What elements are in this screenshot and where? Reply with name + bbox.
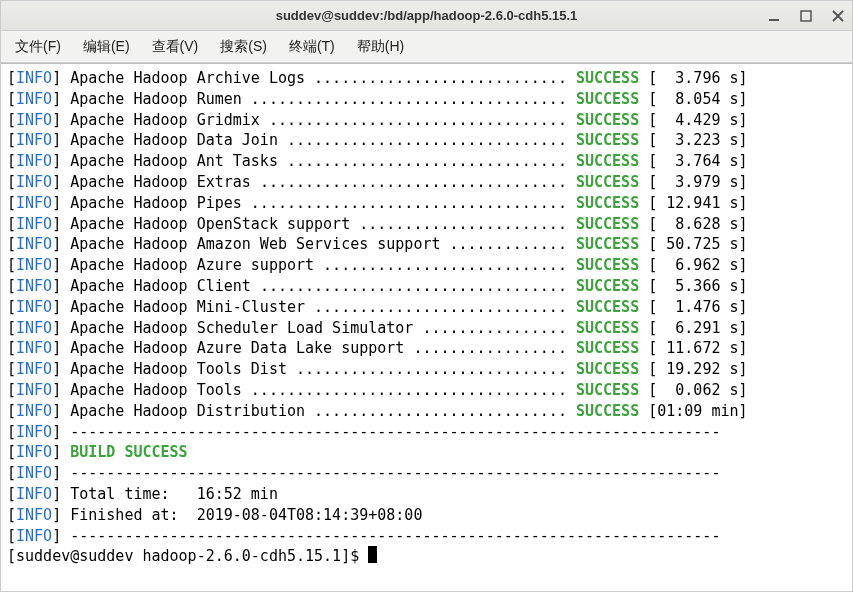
build-log-line: [INFO] Apache Hadoop Extras ............… (7, 172, 846, 193)
title-bar: suddev@suddev:/bd/app/hadoop-2.6.0-cdh5.… (1, 1, 852, 31)
menu-bar: 文件(F) 编辑(E) 查看(V) 搜索(S) 终端(T) 帮助(H) (1, 31, 852, 63)
build-log-line: [INFO] Apache Hadoop OpenStack support .… (7, 214, 846, 235)
menu-view[interactable]: 查看(V) (144, 34, 207, 60)
maximize-button[interactable] (798, 8, 814, 24)
build-log-line: [INFO] Apache Hadoop Gridmix ...........… (7, 110, 846, 131)
minimize-icon (768, 10, 780, 22)
window-controls (766, 8, 846, 24)
build-log-line: [INFO] Apache Hadoop Client ............… (7, 276, 846, 297)
build-log-line: [INFO] Apache Hadoop Archive Logs ......… (7, 68, 846, 89)
menu-search[interactable]: 搜索(S) (212, 34, 275, 60)
build-log-line: [INFO] ---------------------------------… (7, 526, 846, 547)
terminal-output[interactable]: [INFO] Apache Hadoop Archive Logs ......… (1, 63, 852, 591)
build-log-line: [INFO] Apache Hadoop Pipes .............… (7, 193, 846, 214)
build-log-line: [INFO] Apache Hadoop Scheduler Load Simu… (7, 318, 846, 339)
build-log-line: [INFO] Apache Hadoop Data Join .........… (7, 130, 846, 151)
build-log-line: [INFO] Total time: 16:52 min (7, 484, 846, 505)
build-log-line: [INFO] BUILD SUCCESS (7, 442, 846, 463)
menu-help[interactable]: 帮助(H) (349, 34, 412, 60)
build-log-line: [INFO] Apache Hadoop Tools Dist ........… (7, 359, 846, 380)
cursor-icon (368, 546, 377, 563)
build-log-line: [INFO] Apache Hadoop Amazon Web Services… (7, 234, 846, 255)
menu-file[interactable]: 文件(F) (7, 34, 69, 60)
window-title: suddev@suddev:/bd/app/hadoop-2.6.0-cdh5.… (276, 8, 578, 23)
build-log-line: [INFO] Apache Hadoop Ant Tasks .........… (7, 151, 846, 172)
terminal-window: suddev@suddev:/bd/app/hadoop-2.6.0-cdh5.… (0, 0, 853, 592)
close-icon (832, 10, 844, 22)
build-log-line: [INFO] ---------------------------------… (7, 422, 846, 443)
build-log-line: [INFO] Apache Hadoop Distribution ......… (7, 401, 846, 422)
shell-prompt-line[interactable]: [suddev@suddev hadoop-2.6.0-cdh5.15.1]$ (7, 546, 846, 567)
minimize-button[interactable] (766, 8, 782, 24)
build-log-line: [INFO] Apache Hadoop Mini-Cluster ......… (7, 297, 846, 318)
menu-edit[interactable]: 编辑(E) (75, 34, 138, 60)
build-log-line: [INFO] Apache Hadoop Tools .............… (7, 380, 846, 401)
build-log-line: [INFO] Apache Hadoop Azure Data Lake sup… (7, 338, 846, 359)
close-button[interactable] (830, 8, 846, 24)
build-log-line: [INFO] Finished at: 2019-08-04T08:14:39+… (7, 505, 846, 526)
build-log-line: [INFO] Apache Hadoop Rumen .............… (7, 89, 846, 110)
build-log-line: [INFO] Apache Hadoop Azure support .....… (7, 255, 846, 276)
menu-term[interactable]: 终端(T) (281, 34, 343, 60)
shell-prompt: [suddev@suddev hadoop-2.6.0-cdh5.15.1]$ (7, 547, 368, 565)
svg-rect-1 (801, 11, 811, 21)
build-log-line: [INFO] ---------------------------------… (7, 463, 846, 484)
maximize-icon (800, 10, 812, 22)
